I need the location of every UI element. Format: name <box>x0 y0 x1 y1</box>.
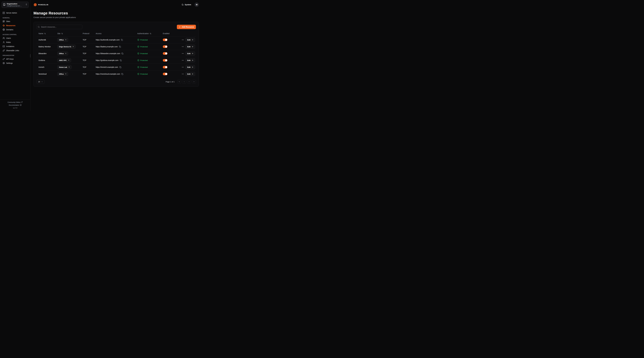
key-icon <box>2 58 5 60</box>
row-menu-button[interactable] <box>181 45 185 49</box>
topbar: PANGOLIN System M <box>34 0 199 9</box>
arrow-up-right-icon <box>68 60 70 61</box>
copy-url-button[interactable] <box>121 39 123 41</box>
copy-icon <box>121 73 123 75</box>
auth-label: Protected <box>140 59 148 61</box>
add-resource-button[interactable]: Add Resource <box>177 25 196 29</box>
previous-page-button[interactable] <box>182 80 186 84</box>
sidebar-item-settings[interactable]: Settings <box>2 61 29 65</box>
theme-toggle-button[interactable]: System <box>181 4 192 6</box>
enabled-toggle[interactable] <box>163 73 168 75</box>
sidebar-item-server-admin[interactable]: Server Admin <box>2 11 29 15</box>
column-header-site[interactable]: Site <box>55 33 81 35</box>
sidebar-item-users[interactable]: Users <box>2 36 29 40</box>
sidebar-item-invitations[interactable]: Invitations <box>2 44 29 49</box>
copy-url-button[interactable] <box>119 66 122 69</box>
sidebar-item-domains[interactable]: Domains <box>2 28 29 32</box>
edit-button[interactable]: Edit <box>186 38 195 42</box>
last-page-button[interactable] <box>192 80 196 84</box>
chevron-left-icon <box>183 81 185 83</box>
page-subtitle: Create secure proxies to your private ap… <box>34 16 199 19</box>
enabled-toggle[interactable] <box>163 45 168 48</box>
edit-label: Edit <box>187 66 190 68</box>
column-header-authentication[interactable]: Authentication <box>135 33 161 35</box>
page-size-value: 20 <box>38 81 40 83</box>
site-link-button[interactable]: Edge Device 01 <box>57 45 76 49</box>
site-name: Office <box>59 73 64 75</box>
avatar[interactable]: M <box>194 3 199 7</box>
enabled-toggle[interactable] <box>163 39 168 41</box>
row-menu-button[interactable] <box>181 38 185 42</box>
copy-icon <box>119 46 121 48</box>
toggle-knob <box>165 53 167 55</box>
pangolin-logo-icon <box>34 3 37 7</box>
row-menu-button[interactable] <box>181 58 185 62</box>
documentation-link[interactable]: Documentation <box>9 104 22 106</box>
search-input[interactable] <box>36 25 82 29</box>
arrow-right-icon <box>192 53 193 54</box>
edit-button[interactable]: Edit <box>186 65 195 69</box>
sidebar-resize-handle[interactable] <box>30 54 30 58</box>
enabled-toggle[interactable] <box>163 66 168 69</box>
copy-url-button[interactable] <box>119 46 121 48</box>
column-header-name[interactable]: Name <box>36 33 55 35</box>
enabled-toggle[interactable] <box>163 52 168 55</box>
documentation-label: Documentation <box>9 104 19 106</box>
shield-check-icon <box>137 73 139 75</box>
org-title: Organization <box>7 3 24 5</box>
protocol-value: TCP <box>81 66 94 68</box>
site-link-button[interactable]: Office <box>57 72 68 76</box>
site-link-button[interactable]: Office <box>57 38 68 42</box>
edit-button[interactable]: Edit <box>186 72 195 76</box>
protocol-value: TCP <box>81 39 94 41</box>
server-icon <box>2 12 5 14</box>
column-label: Protocol <box>83 33 89 35</box>
site-name: AWS VPC <box>59 59 67 61</box>
sidebar-section-label: ORGANIZATION <box>2 55 28 56</box>
page-size-select[interactable]: 20 <box>36 80 44 84</box>
book-icon <box>20 104 22 106</box>
sidebar-item-roles[interactable]: Roles <box>2 40 29 44</box>
sidebar-item-shareable-links[interactable]: Shareable Links <box>2 49 29 53</box>
sidebar-section-label: GENERAL <box>2 17 28 19</box>
sidebar: Organization milo@fossorial.io's ... Ser… <box>0 0 30 111</box>
settings-icon <box>2 62 5 64</box>
sidebar-item-resources[interactable]: Resources <box>2 24 29 28</box>
row-menu-button[interactable] <box>181 65 185 69</box>
page-indicator: Page 1 of 1 <box>166 81 174 83</box>
site-name: Office <box>59 39 64 41</box>
copy-url-button[interactable] <box>121 73 124 75</box>
org-selector[interactable]: Organization milo@fossorial.io's ... <box>2 2 29 8</box>
site-link-button[interactable]: AWS VPC <box>57 58 71 62</box>
edit-button[interactable]: Edit <box>186 52 195 56</box>
community-edition-link[interactable]: Community Edition <box>8 101 23 103</box>
enabled-toggle[interactable] <box>163 59 168 62</box>
first-page-button[interactable] <box>177 80 181 84</box>
site-link-button[interactable]: Office <box>57 52 68 56</box>
toggle-knob <box>165 46 167 48</box>
site-name: Edge Device 01 <box>59 46 71 48</box>
access-url: https://authentik.example.com <box>96 39 120 41</box>
arrow-up-right-icon <box>72 46 74 48</box>
sidebar-item-api-keys[interactable]: API Keys <box>2 57 29 61</box>
search-icon <box>38 26 40 28</box>
copy-url-button[interactable] <box>120 59 122 62</box>
sidebar-item-label: Invitations <box>6 45 14 48</box>
sites-icon <box>2 20 5 23</box>
arrow-right-icon <box>192 73 193 75</box>
access-url: https://immich.example.com <box>96 66 118 68</box>
edit-button[interactable]: Edit <box>186 58 195 62</box>
site-link-button[interactable]: Home Lab <box>57 65 72 69</box>
sidebar-item-sites[interactable]: Sites <box>2 19 29 24</box>
chevron-right-icon <box>188 81 190 83</box>
chevrons-left-icon <box>178 81 180 83</box>
row-menu-button[interactable] <box>181 72 185 76</box>
row-menu-button[interactable] <box>181 52 185 56</box>
next-page-button[interactable] <box>187 80 191 84</box>
resource-name: Authentik <box>36 39 55 41</box>
resources-table: Name Site Protocol Access Authentication… <box>36 31 196 77</box>
sort-icon <box>150 33 151 35</box>
ellipsis-icon <box>182 66 184 68</box>
edit-button[interactable]: Edit <box>186 45 195 49</box>
copy-url-button[interactable] <box>121 52 124 55</box>
